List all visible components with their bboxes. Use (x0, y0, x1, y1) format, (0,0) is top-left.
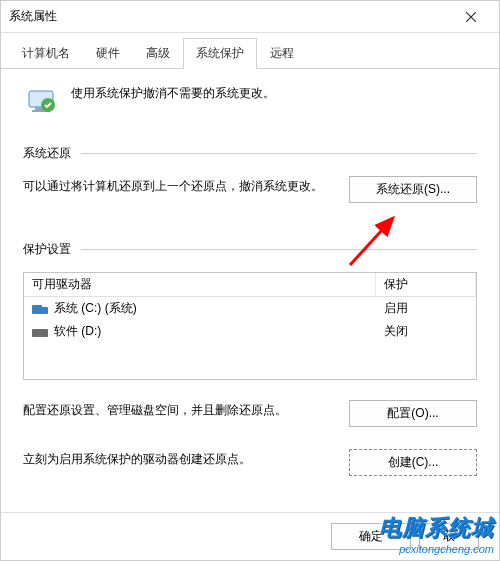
system-restore-button[interactable]: 系统还原(S)... (349, 176, 477, 203)
create-desc: 立刻为启用系统保护的驱动器创建还原点。 (23, 449, 331, 469)
tab-computer-name[interactable]: 计算机名 (9, 38, 83, 69)
system-protection-icon (23, 83, 59, 119)
titlebar: 系统属性 (1, 1, 499, 33)
configure-button[interactable]: 配置(O)... (349, 400, 477, 427)
drive-status: 关闭 (376, 320, 476, 343)
drive-row[interactable]: 系统 (C:) (系统) 启用 (24, 297, 476, 320)
drive-status: 启用 (376, 297, 476, 320)
restore-desc: 可以通过将计算机还原到上一个还原点，撤消系统更改。 (23, 176, 331, 196)
intro-text: 使用系统保护撤消不需要的系统更改。 (71, 83, 275, 102)
system-properties-window: 系统属性 计算机名 硬件 高级 系统保护 远程 使 (0, 0, 500, 561)
restore-row: 可以通过将计算机还原到上一个还原点，撤消系统更改。 系统还原(S)... (23, 176, 477, 203)
tab-strip: 计算机名 硬件 高级 系统保护 远程 (1, 33, 499, 69)
ok-button[interactable]: 确定 (331, 523, 411, 550)
configure-row: 配置还原设置、管理磁盘空间，并且删除还原点。 配置(O)... (23, 400, 477, 427)
close-icon (466, 12, 476, 22)
close-button[interactable] (451, 3, 491, 31)
section-protection-settings: 保护设置 (23, 241, 477, 258)
header-drive[interactable]: 可用驱动器 (24, 273, 376, 296)
window-title: 系统属性 (9, 8, 451, 25)
drive-label: 系统 (C:) (系统) (54, 300, 137, 317)
tab-system-protection[interactable]: 系统保护 (183, 38, 257, 69)
section-title-label: 保护设置 (23, 241, 71, 258)
tab-remote[interactable]: 远程 (257, 38, 307, 69)
svg-rect-6 (32, 307, 48, 314)
section-system-restore: 系统还原 (23, 145, 477, 162)
drive-list-header: 可用驱动器 保护 (24, 273, 476, 297)
create-row: 立刻为启用系统保护的驱动器创建还原点。 创建(C)... (23, 449, 477, 476)
tab-hardware[interactable]: 硬件 (83, 38, 133, 69)
drive-list[interactable]: 可用驱动器 保护 系统 (C:) (系统) 启用 软件 (D:) (23, 272, 477, 380)
configure-desc: 配置还原设置、管理磁盘空间，并且删除还原点。 (23, 400, 331, 420)
drive-d-icon (32, 327, 48, 337)
cancel-button[interactable]: 取 (419, 523, 479, 550)
header-status[interactable]: 保护 (376, 273, 476, 296)
drive-label: 软件 (D:) (54, 323, 101, 340)
svg-rect-7 (32, 305, 42, 308)
intro-row: 使用系统保护撤消不需要的系统更改。 (23, 83, 477, 119)
section-title-label: 系统还原 (23, 145, 71, 162)
create-button[interactable]: 创建(C)... (349, 449, 477, 476)
dialog-footer: 确定 取 (1, 512, 499, 560)
drive-row[interactable]: 软件 (D:) 关闭 (24, 320, 476, 343)
svg-rect-8 (32, 329, 48, 337)
drive-c-icon (32, 304, 48, 314)
tab-advanced[interactable]: 高级 (133, 38, 183, 69)
tab-content: 使用系统保护撤消不需要的系统更改。 系统还原 可以通过将计算机还原到上一个还原点… (1, 69, 499, 512)
